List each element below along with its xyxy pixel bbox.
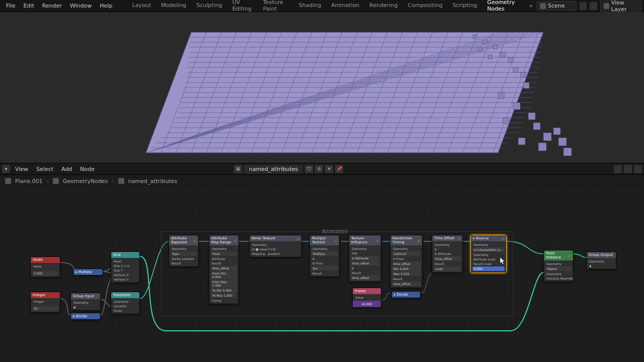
svg-rect-66 bbox=[523, 82, 529, 88]
editor-type-icon[interactable]: ▾ bbox=[2, 165, 10, 173]
node-frame-value[interactable]: Frame Value 43.000 bbox=[352, 288, 381, 308]
node-texture-influence[interactable]: Texture Influence⚠ Geometry Add A Attrib… bbox=[349, 235, 381, 282]
node-transform[interactable]: Transform Geometry Location Scale bbox=[111, 292, 140, 314]
svg-rect-61 bbox=[508, 57, 513, 62]
svg-rect-73 bbox=[538, 143, 546, 151]
node-attribute-map-range[interactable]: Attribute Map Range⚠ Geometry Float Attr… bbox=[209, 235, 239, 304]
breadcrumb: Plane.001 › GeometryNodes › named_attrib… bbox=[0, 175, 644, 187]
svg-rect-68 bbox=[513, 103, 520, 110]
node-editor-header: ▾ View Select Add Node ⊞ named_attribute… bbox=[0, 163, 644, 175]
breadcrumb-tree[interactable]: named_attributes bbox=[128, 178, 177, 185]
node-randomize-timing[interactable]: Randomize Timing⚠ Geometry Subtract A Fl… bbox=[390, 235, 423, 288]
node-menu-node[interactable]: Node bbox=[77, 165, 98, 173]
svg-rect-63 bbox=[478, 47, 482, 51]
chevron-right-icon: › bbox=[112, 178, 114, 185]
scene-name: Scene bbox=[548, 3, 565, 9]
node-time-offset[interactable]: Time Offset⚠ Geometry A B Attribute time… bbox=[432, 235, 463, 273]
node-group-output[interactable]: Group Output Geometry◆ bbox=[586, 251, 616, 269]
3d-viewport[interactable] bbox=[0, 12, 644, 163]
modifier-icon bbox=[53, 178, 59, 184]
node-menu-view[interactable]: View bbox=[12, 165, 31, 173]
svg-rect-59 bbox=[493, 45, 497, 49]
tab-sculpting[interactable]: Sculpting bbox=[191, 0, 227, 12]
pin-icon[interactable]: 📌 bbox=[335, 165, 343, 173]
nodetree-icon bbox=[118, 178, 124, 184]
add-workspace-button[interactable]: + bbox=[526, 3, 536, 9]
menu-help[interactable]: Help bbox=[96, 1, 116, 11]
node-multiply[interactable]: ▸ Multiply bbox=[73, 268, 103, 276]
menu-render[interactable]: Render bbox=[38, 1, 66, 11]
viewlayer-name: View Layer bbox=[611, 0, 638, 13]
tab-layout[interactable]: Layout bbox=[127, 0, 156, 12]
menu-window[interactable]: Window bbox=[66, 1, 96, 11]
layers-icon bbox=[604, 3, 609, 9]
tab-scripting[interactable]: Scripting bbox=[447, 0, 482, 12]
tab-rendering[interactable]: Rendering bbox=[364, 0, 403, 12]
options-icon[interactable] bbox=[634, 165, 642, 173]
svg-rect-75 bbox=[553, 128, 560, 135]
node-attribute-separate[interactable]: Attribute Separate⚠ Geometry Type Vector… bbox=[169, 235, 199, 267]
delete-scene-icon[interactable] bbox=[590, 2, 597, 10]
tab-modeling[interactable]: Modeling bbox=[156, 0, 191, 12]
breadcrumb-object[interactable]: Plane.001 bbox=[15, 178, 43, 185]
svg-rect-72 bbox=[543, 133, 551, 141]
breadcrumb-modifier[interactable]: GeometryNodes bbox=[63, 178, 108, 185]
scene-selector[interactable]: Scene bbox=[536, 1, 577, 11]
svg-rect-65 bbox=[521, 72, 526, 77]
svg-rect-57 bbox=[473, 35, 477, 39]
tab-animation[interactable]: Animation bbox=[326, 0, 364, 12]
tab-shading[interactable]: Shading bbox=[294, 0, 327, 12]
node-grid[interactable]: Grid Mesh Size X 1 m Size Y Vertices X V… bbox=[111, 251, 140, 283]
tab-compositing[interactable]: Compositing bbox=[403, 0, 447, 12]
svg-rect-67 bbox=[498, 93, 504, 99]
top-menubar: File Edit Render Window Help Layout Mode… bbox=[0, 0, 644, 12]
node-point-instance[interactable]: Point Instance⚠ Geometry Object Geometry… bbox=[543, 250, 574, 282]
svg-rect-74 bbox=[518, 138, 525, 145]
shield-icon[interactable]: 🛡 bbox=[305, 165, 313, 173]
duplicate-icon[interactable]: ⎘ bbox=[315, 165, 323, 173]
menu-file[interactable]: File bbox=[2, 1, 19, 11]
chevron-right-icon: › bbox=[47, 178, 49, 185]
node-divide-2[interactable]: ▸ Divide bbox=[391, 291, 421, 298]
svg-rect-77 bbox=[564, 148, 572, 156]
svg-rect-60 bbox=[501, 52, 506, 57]
svg-rect-70 bbox=[533, 123, 540, 130]
svg-rect-58 bbox=[483, 40, 487, 44]
node-noise-texture[interactable]: Noise Texture⚠ Geometry ⊞ ■ noise ⎘✕⚙ Ma… bbox=[249, 235, 302, 257]
new-scene-icon[interactable] bbox=[580, 2, 587, 10]
mouse-cursor bbox=[500, 257, 506, 265]
nodetree-icon[interactable]: ⊞ bbox=[234, 165, 242, 173]
svg-rect-76 bbox=[558, 138, 567, 146]
snap-icon[interactable] bbox=[624, 165, 632, 173]
node-divide[interactable]: ▸ Divide bbox=[70, 313, 101, 320]
menu-edit[interactable]: Edit bbox=[19, 1, 38, 11]
scene-icon bbox=[540, 3, 546, 9]
node-width[interactable]: Width Value 2.000 bbox=[30, 256, 60, 278]
node-editor-canvas[interactable]: Animation Width Value 2.000 Integer Inte… bbox=[0, 187, 644, 362]
node-bounce[interactable]: ▸ Bounce⚠ Geometry ⊞ interpolation_b... … bbox=[470, 235, 507, 273]
node-menu-add[interactable]: Add bbox=[58, 165, 75, 173]
overlay-icon[interactable] bbox=[614, 165, 622, 173]
svg-rect-71 bbox=[503, 118, 509, 124]
svg-rect-62 bbox=[513, 67, 518, 72]
svg-rect-64 bbox=[488, 55, 492, 59]
node-multiply-texture[interactable]: Multiply Texture⚠ Geometry Multiply A B … bbox=[309, 235, 340, 277]
close-icon[interactable]: ✕ bbox=[325, 165, 333, 173]
object-icon bbox=[5, 178, 11, 184]
node-group-input[interactable]: Group Input Geometry◆ bbox=[70, 293, 101, 311]
nodetree-name-field[interactable]: named_attributes bbox=[244, 165, 303, 173]
svg-rect-69 bbox=[528, 113, 535, 120]
node-menu-select[interactable]: Select bbox=[33, 165, 56, 173]
node-integer[interactable]: Integer Integer 25 bbox=[30, 292, 60, 313]
